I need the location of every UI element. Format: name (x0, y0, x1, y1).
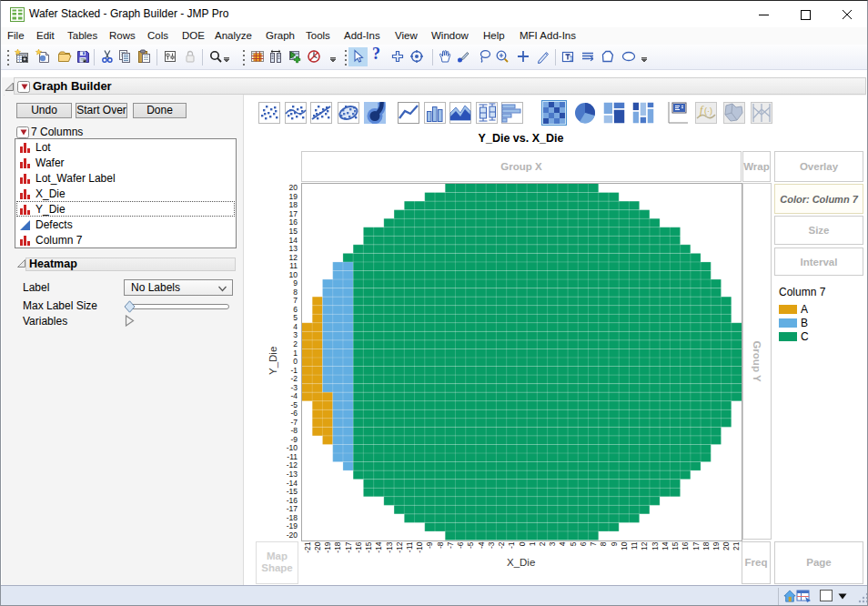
svg-text:(·): (·) (704, 106, 712, 116)
